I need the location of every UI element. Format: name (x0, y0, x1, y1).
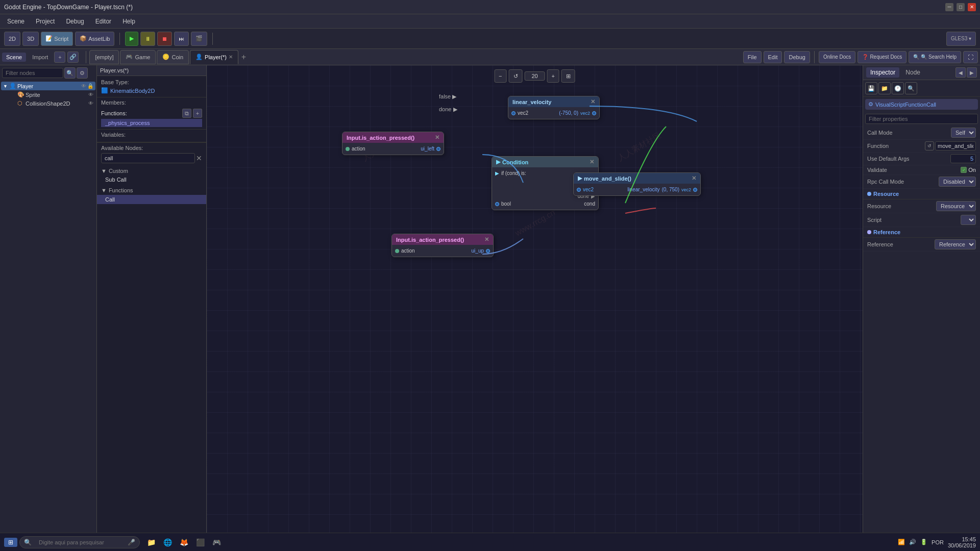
tab-coin[interactable]: 🪙 Coin (157, 50, 189, 64)
menu-scene[interactable]: Scene (2, 17, 30, 26)
function-input[interactable] (935, 141, 976, 151)
insp-save-button[interactable]: 💾 (865, 82, 877, 94)
fullscreen-button[interactable]: ⛶ (963, 51, 978, 63)
avail-filter-input[interactable] (101, 153, 195, 163)
port-left-in[interactable] (511, 111, 516, 115)
port-action-up-out[interactable] (486, 249, 490, 253)
play-button[interactable]: ▶ (125, 32, 138, 46)
validate-checkbox[interactable]: ✓ (961, 167, 967, 173)
resource-select[interactable]: Resource (936, 201, 976, 211)
view-3d-button[interactable]: 3D (22, 32, 39, 46)
assetlib-button[interactable]: 📦 AssetLib (75, 32, 114, 46)
file-button[interactable]: File (743, 51, 762, 63)
rpc-select[interactable]: Disabled (939, 177, 976, 187)
node-move-slide-close[interactable]: ✕ (692, 175, 696, 182)
zoom-value-input[interactable]: 20 (525, 71, 545, 81)
online-docs-button[interactable]: Online Docs (819, 51, 855, 63)
menu-project[interactable]: Project (31, 17, 60, 26)
tab-empty[interactable]: [empty] (89, 50, 119, 64)
tree-item-sprite[interactable]: 🎨 Sprite 👁 (1, 90, 95, 99)
task-icon-terminal[interactable]: ⬛ (193, 535, 207, 549)
use-default-input[interactable] (950, 154, 976, 163)
menu-debug[interactable]: Debug (61, 17, 89, 26)
lang-indicator[interactable]: POR (932, 539, 944, 545)
tab-player-close[interactable]: ✕ (229, 54, 233, 60)
port-move-in[interactable] (577, 188, 581, 192)
script-select[interactable] (961, 215, 976, 225)
node-move-slide[interactable]: ▶ move_and_slide() ✕ vec2 linear_velocit… (573, 172, 701, 196)
debug-button[interactable]: Debug (784, 51, 810, 63)
call-mode-select[interactable]: Self (951, 128, 976, 138)
port-move-out[interactable] (693, 188, 697, 192)
insp-search-button[interactable]: 🔍 (905, 82, 917, 94)
collision-vis-icon[interactable]: 👁 (88, 101, 93, 106)
task-icon-godot[interactable]: 🎮 (209, 535, 224, 549)
filter-options-button[interactable]: ⚙ (77, 67, 88, 79)
add-node-button[interactable]: + (54, 52, 65, 63)
node-set-vel-left[interactable]: linear_velocity ✕ vec2 (-750, 0) vec2 (508, 96, 600, 119)
task-icon-explorer[interactable]: 📁 (144, 535, 158, 549)
tab-player[interactable]: 👤 Player(*) ✕ (190, 50, 238, 64)
movie-button[interactable]: 🎬 (191, 32, 207, 46)
node-input-left-close[interactable]: ✕ (435, 134, 439, 141)
sprite-vis-icon[interactable]: 👁 (88, 92, 93, 97)
search-help-button[interactable]: 🔍 🔍 Search Help (909, 51, 961, 63)
functions-header[interactable]: ▼ Functions (97, 186, 206, 195)
inspector-back-button[interactable]: ◀ (955, 67, 966, 78)
view-2d-button[interactable]: 2D (4, 32, 20, 46)
copy-function-button[interactable]: ⧉ (182, 109, 191, 118)
player-lock-icon[interactable]: 🔒 (87, 83, 93, 89)
link-node-button[interactable]: 🔗 (67, 52, 79, 63)
inspector-tab[interactable]: Inspector (866, 67, 899, 78)
node-tab[interactable]: Node (901, 67, 924, 78)
filter-nodes-input[interactable] (2, 68, 63, 78)
zoom-in-button[interactable]: + (547, 69, 559, 83)
tray-network-icon[interactable]: 📶 (898, 539, 905, 545)
node-condition-close[interactable]: ✕ (590, 159, 594, 165)
add-tab-button[interactable]: + (239, 53, 248, 62)
zoom-fit-button[interactable]: ⊞ (561, 69, 575, 83)
func-physics-process[interactable]: _physics_process (101, 119, 202, 127)
pause-button[interactable]: ⏸ (140, 32, 155, 46)
avail-filter-clear[interactable]: ✕ (196, 154, 202, 162)
task-icon-firefox[interactable]: 🦊 (177, 535, 191, 549)
renderer-button[interactable]: GLES3 ▾ (946, 32, 976, 46)
port-action-left-out[interactable] (436, 147, 440, 151)
tray-battery-icon[interactable]: 🔋 (920, 539, 927, 545)
maximize-button[interactable]: □ (957, 3, 965, 11)
zoom-reset-button[interactable]: ↺ (509, 69, 523, 83)
task-icon-chrome[interactable]: 🌐 (160, 535, 175, 549)
sub-call-item[interactable]: Sub Call (97, 176, 206, 184)
node-set-vel-left-close[interactable]: ✕ (591, 98, 595, 105)
filter-properties-input[interactable] (865, 114, 978, 124)
taskbar-search-input[interactable] (34, 538, 126, 547)
menu-editor[interactable]: Editor (90, 17, 116, 26)
graph-area[interactable]: 人人素材社区 www.rrcg.cn 人人素材社区 − ↺ 20 + ⊞ fal… (207, 65, 863, 551)
port-cond-in[interactable] (495, 202, 499, 206)
script-button[interactable]: 📝 Script (41, 32, 73, 46)
insp-load-button[interactable]: 📁 (878, 82, 891, 94)
step-button[interactable]: ⏭ (174, 32, 189, 46)
tab-game[interactable]: 🎮 Game (120, 50, 156, 64)
tree-item-collision[interactable]: ⬡ CollisionShape2D 👁 (1, 99, 95, 108)
custom-header[interactable]: ▼ Custom (97, 166, 206, 176)
close-button[interactable]: ✕ (968, 3, 976, 11)
tree-item-player[interactable]: ▼ 👤 Player 👁 🔒 (1, 82, 95, 90)
port-left-out[interactable] (592, 111, 596, 115)
scene-panel-tab[interactable]: Scene (2, 53, 26, 62)
menu-help[interactable]: Help (117, 17, 140, 26)
request-docs-button[interactable]: ❓ Request Docs (857, 51, 906, 63)
filter-search-button[interactable]: 🔍 (64, 67, 76, 79)
reference-select[interactable]: Reference (935, 239, 976, 249)
taskbar-search[interactable]: 🔍 🎤 (19, 536, 140, 548)
edit-button[interactable]: Edit (764, 51, 782, 63)
tray-sound-icon[interactable]: 🔊 (909, 539, 916, 545)
node-input-left[interactable]: Input.is_action_pressed() ✕ action ui_le… (342, 132, 444, 155)
player-vis-icon[interactable]: 👁 (81, 83, 86, 89)
inspector-forward-button[interactable]: ▶ (967, 67, 977, 78)
insp-history-button[interactable]: 🕐 (892, 82, 904, 94)
function-reload-button[interactable]: ↺ (925, 141, 934, 151)
node-input-up[interactable]: Input.is_action_pressed() ✕ action ui_up (391, 234, 494, 257)
minimize-button[interactable]: ─ (945, 3, 953, 11)
zoom-out-button[interactable]: − (494, 69, 506, 83)
